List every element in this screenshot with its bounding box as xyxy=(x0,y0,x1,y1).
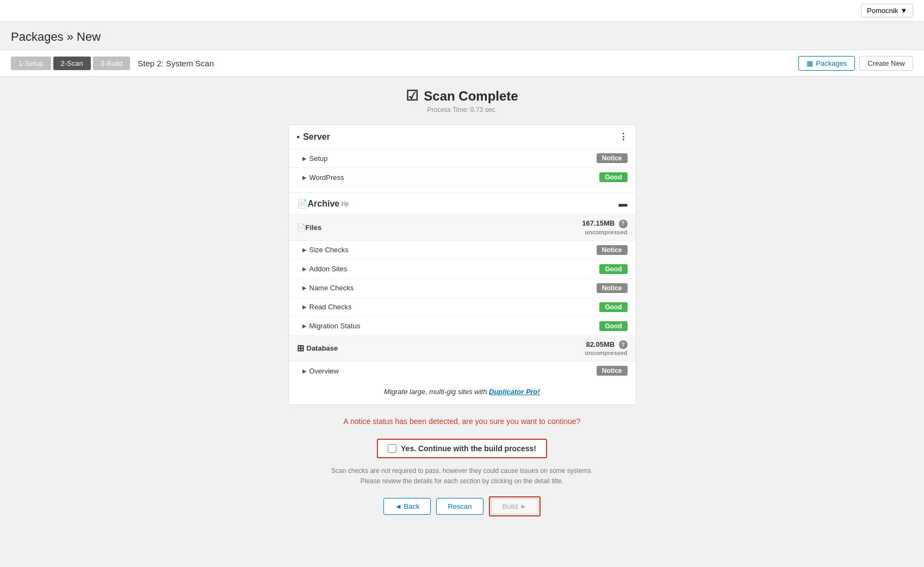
create-new-button[interactable]: Create New xyxy=(859,56,913,71)
setup-badge: Notice xyxy=(597,153,628,163)
packages-label: Packages xyxy=(816,59,847,67)
scan-complete-text: Scan Complete xyxy=(424,89,518,104)
archive-title: Archive xyxy=(308,199,340,209)
process-time: Process Time: 0.73 sec. xyxy=(11,106,913,114)
addon-sites-arrow-icon: ▶ xyxy=(302,266,307,272)
db-size-note: uncompressed xyxy=(585,350,627,356)
scan-card: ▪ Server ⋮ ▶ Setup Notice ▶ WordPress Go… xyxy=(288,124,636,405)
step3-button[interactable]: 3-Build xyxy=(93,57,130,70)
promo-text: Migrate large, multi-gig sites with xyxy=(384,388,489,396)
confirm-label[interactable]: Yes. Continue with the build process! xyxy=(401,444,536,453)
wordpress-row: ▶ WordPress Good xyxy=(289,168,636,187)
files-subsection-header: 📄 Files 167.15MB ? uncompressed xyxy=(289,215,636,241)
scan-note-line2: Please review the details for each secti… xyxy=(361,477,564,485)
wordpress-label: WordPress xyxy=(309,173,344,182)
chevron-down-icon: ▼ xyxy=(900,7,907,15)
name-checks-badge: Notice xyxy=(597,283,628,293)
name-checks-arrow-icon: ▶ xyxy=(302,285,307,291)
action-buttons: ◄ Back Rescan Build ► xyxy=(11,496,913,527)
scan-note: Scan checks are not required to pass, ho… xyxy=(11,466,913,487)
steps-bar: 1-Setup 2-Scan 3-Build Step 2: System Sc… xyxy=(0,49,924,77)
database-label: Database xyxy=(307,344,338,352)
database-subsection-header: ⊞ Database 82.05MB ? uncompressed xyxy=(289,336,636,362)
step2-button[interactable]: 2-Scan xyxy=(53,57,91,70)
build-button[interactable]: Build ► xyxy=(491,499,538,514)
current-step-label: Step 2: System Scan xyxy=(138,59,214,68)
step1-button[interactable]: 1-Setup xyxy=(11,57,51,70)
confirm-checkbox[interactable] xyxy=(388,444,396,453)
back-button[interactable]: ◄ Back xyxy=(383,498,431,515)
size-checks-badge: Notice xyxy=(597,245,628,255)
setup-arrow-icon: ▶ xyxy=(302,155,307,161)
files-label: Files xyxy=(306,223,322,232)
server-menu-icon: ⋮ xyxy=(619,132,628,142)
read-checks-label: Read Checks xyxy=(309,303,352,311)
migrate-promo: Migrate large, multi-gig sites with Dupl… xyxy=(289,380,636,399)
archive-icon: 📄 xyxy=(297,198,308,209)
setup-row: ▶ Setup Notice xyxy=(289,149,636,168)
top-bar: Pomocnik ▼ xyxy=(0,0,924,22)
archive-header: 📄 Archive zip ▬ xyxy=(289,193,636,215)
overview-arrow-icon: ▶ xyxy=(302,368,307,374)
size-checks-arrow-icon: ▶ xyxy=(302,247,307,253)
archive-format: zip xyxy=(341,201,349,207)
migration-status-row: ▶ Migration Status Good xyxy=(289,317,636,336)
read-checks-row: ▶ Read Checks Good xyxy=(289,298,636,317)
rescan-button[interactable]: Rescan xyxy=(436,498,483,515)
confirm-checkbox-row: Yes. Continue with the build process! xyxy=(377,439,547,458)
overview-row: ▶ Overview Notice xyxy=(289,362,636,380)
main-content: ☑ Scan Complete Process Time: 0.73 sec. … xyxy=(0,77,924,538)
read-checks-badge: Good xyxy=(599,302,627,312)
read-checks-arrow-icon: ▶ xyxy=(302,304,307,310)
confirmation-area: A notice status has been detected, are y… xyxy=(11,417,913,527)
files-help-icon: ? xyxy=(619,220,628,228)
files-size-note: uncompressed xyxy=(585,229,627,235)
packages-icon: ▦ xyxy=(807,59,813,67)
build-button-wrapper: Build ► xyxy=(489,496,541,516)
migration-status-label: Migration Status xyxy=(309,322,361,330)
addon-sites-row: ▶ Addon Sites Good xyxy=(289,260,636,279)
wordpress-badge: Good xyxy=(599,172,627,182)
files-size: 167.15MB ? uncompressed xyxy=(582,219,627,236)
db-size: 82.05MB ? uncompressed xyxy=(585,340,627,357)
server-section-header: ▪ Server ⋮ xyxy=(289,125,636,149)
migration-status-badge: Good xyxy=(599,321,627,331)
checkbox-checked-icon: ☑ xyxy=(406,88,418,104)
addon-sites-badge: Good xyxy=(599,264,627,274)
name-checks-row: ▶ Name Checks Notice xyxy=(289,279,636,298)
setup-label: Setup xyxy=(309,154,328,163)
database-icon: ⊞ xyxy=(297,343,304,353)
size-checks-label: Size Checks xyxy=(309,246,349,254)
archive-collapse-icon: ▬ xyxy=(619,199,628,209)
wordpress-arrow-icon: ▶ xyxy=(302,175,307,180)
pomocnik-label: Pomocnik xyxy=(867,7,898,15)
overview-badge: Notice xyxy=(597,366,628,376)
archive-section: 📄 Archive zip ▬ 📄 Files 167.15MB ? uncom… xyxy=(289,192,636,380)
scan-complete-title: ☑ Scan Complete xyxy=(11,88,913,104)
pomocnik-button[interactable]: Pomocnik ▼ xyxy=(861,4,913,17)
notice-warning-text: A notice status has been detected, are y… xyxy=(11,417,913,426)
scan-complete-header: ☑ Scan Complete Process Time: 0.73 sec. xyxy=(11,88,913,114)
packages-button[interactable]: ▦ Packages xyxy=(798,56,855,71)
server-icon: ▪ xyxy=(297,132,300,142)
scan-note-line1: Scan checks are not required to pass, ho… xyxy=(331,467,593,475)
db-help-icon: ? xyxy=(619,340,628,349)
files-icon: 📄 xyxy=(297,223,306,232)
server-title: Server xyxy=(303,132,330,142)
page-title: Packages » New xyxy=(0,22,924,49)
addon-sites-label: Addon Sites xyxy=(309,265,348,273)
duplicator-pro-link[interactable]: Duplicator Pro! xyxy=(489,388,540,396)
migration-status-arrow-icon: ▶ xyxy=(302,323,307,329)
name-checks-label: Name Checks xyxy=(309,284,354,292)
overview-label: Overview xyxy=(309,367,339,375)
size-checks-row: ▶ Size Checks Notice xyxy=(289,241,636,260)
